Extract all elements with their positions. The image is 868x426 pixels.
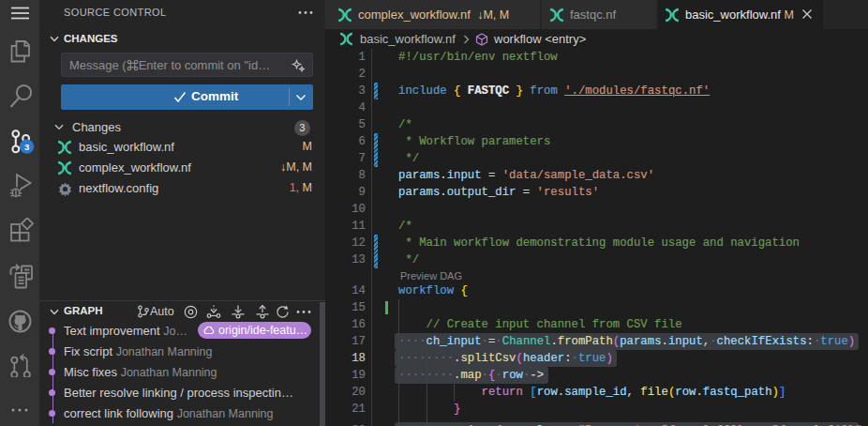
svg-text:3: 3 [24,142,29,152]
